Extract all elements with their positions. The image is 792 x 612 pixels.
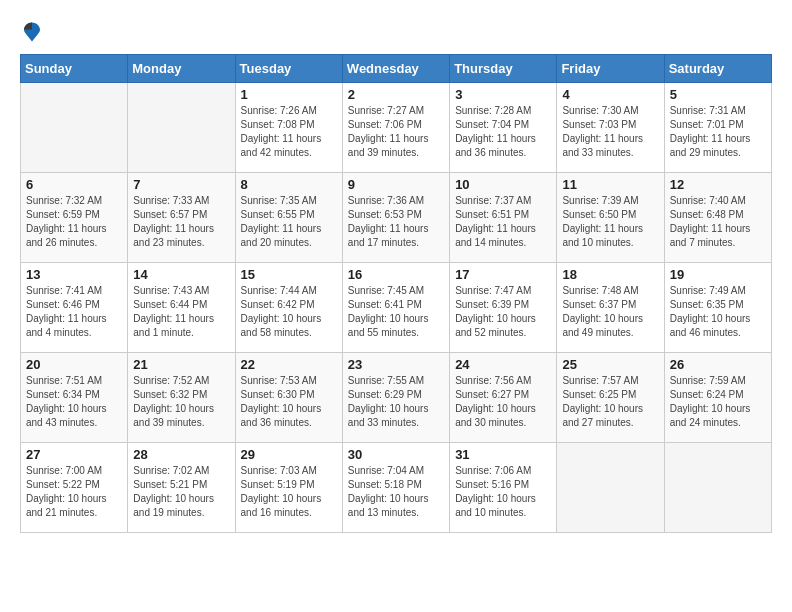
- day-number: 13: [26, 267, 122, 282]
- calendar-day-cell: 6Sunrise: 7:32 AM Sunset: 6:59 PM Daylig…: [21, 173, 128, 263]
- day-number: 16: [348, 267, 444, 282]
- day-number: 20: [26, 357, 122, 372]
- day-number: 12: [670, 177, 766, 192]
- day-info: Sunrise: 7:04 AM Sunset: 5:18 PM Dayligh…: [348, 464, 444, 520]
- calendar-day-cell: 22Sunrise: 7:53 AM Sunset: 6:30 PM Dayli…: [235, 353, 342, 443]
- day-number: 25: [562, 357, 658, 372]
- calendar-table: SundayMondayTuesdayWednesdayThursdayFrid…: [20, 54, 772, 533]
- calendar-day-cell: 9Sunrise: 7:36 AM Sunset: 6:53 PM Daylig…: [342, 173, 449, 263]
- weekday-header: Monday: [128, 55, 235, 83]
- day-number: 3: [455, 87, 551, 102]
- calendar-day-cell: 23Sunrise: 7:55 AM Sunset: 6:29 PM Dayli…: [342, 353, 449, 443]
- calendar-day-cell: 29Sunrise: 7:03 AM Sunset: 5:19 PM Dayli…: [235, 443, 342, 533]
- calendar-day-cell: 21Sunrise: 7:52 AM Sunset: 6:32 PM Dayli…: [128, 353, 235, 443]
- calendar-day-cell: 31Sunrise: 7:06 AM Sunset: 5:16 PM Dayli…: [450, 443, 557, 533]
- day-info: Sunrise: 7:33 AM Sunset: 6:57 PM Dayligh…: [133, 194, 229, 250]
- day-info: Sunrise: 7:52 AM Sunset: 6:32 PM Dayligh…: [133, 374, 229, 430]
- day-number: 15: [241, 267, 337, 282]
- calendar-day-cell: [21, 83, 128, 173]
- day-info: Sunrise: 7:43 AM Sunset: 6:44 PM Dayligh…: [133, 284, 229, 340]
- day-number: 7: [133, 177, 229, 192]
- calendar-day-cell: 14Sunrise: 7:43 AM Sunset: 6:44 PM Dayli…: [128, 263, 235, 353]
- day-info: Sunrise: 7:35 AM Sunset: 6:55 PM Dayligh…: [241, 194, 337, 250]
- day-info: Sunrise: 7:37 AM Sunset: 6:51 PM Dayligh…: [455, 194, 551, 250]
- calendar-day-cell: 11Sunrise: 7:39 AM Sunset: 6:50 PM Dayli…: [557, 173, 664, 263]
- weekday-header: Thursday: [450, 55, 557, 83]
- day-number: 29: [241, 447, 337, 462]
- calendar-day-cell: 20Sunrise: 7:51 AM Sunset: 6:34 PM Dayli…: [21, 353, 128, 443]
- day-number: 26: [670, 357, 766, 372]
- day-info: Sunrise: 7:53 AM Sunset: 6:30 PM Dayligh…: [241, 374, 337, 430]
- calendar-day-cell: [557, 443, 664, 533]
- calendar-day-cell: 24Sunrise: 7:56 AM Sunset: 6:27 PM Dayli…: [450, 353, 557, 443]
- day-info: Sunrise: 7:47 AM Sunset: 6:39 PM Dayligh…: [455, 284, 551, 340]
- calendar-week-row: 27Sunrise: 7:00 AM Sunset: 5:22 PM Dayli…: [21, 443, 772, 533]
- day-number: 11: [562, 177, 658, 192]
- day-info: Sunrise: 7:55 AM Sunset: 6:29 PM Dayligh…: [348, 374, 444, 430]
- day-info: Sunrise: 7:48 AM Sunset: 6:37 PM Dayligh…: [562, 284, 658, 340]
- day-info: Sunrise: 7:49 AM Sunset: 6:35 PM Dayligh…: [670, 284, 766, 340]
- day-number: 19: [670, 267, 766, 282]
- calendar-day-cell: 16Sunrise: 7:45 AM Sunset: 6:41 PM Dayli…: [342, 263, 449, 353]
- calendar-day-cell: 19Sunrise: 7:49 AM Sunset: 6:35 PM Dayli…: [664, 263, 771, 353]
- day-number: 22: [241, 357, 337, 372]
- generalblue-icon: [20, 20, 44, 44]
- calendar-day-cell: 1Sunrise: 7:26 AM Sunset: 7:08 PM Daylig…: [235, 83, 342, 173]
- calendar-day-cell: 18Sunrise: 7:48 AM Sunset: 6:37 PM Dayli…: [557, 263, 664, 353]
- calendar-day-cell: 13Sunrise: 7:41 AM Sunset: 6:46 PM Dayli…: [21, 263, 128, 353]
- day-number: 28: [133, 447, 229, 462]
- day-info: Sunrise: 7:59 AM Sunset: 6:24 PM Dayligh…: [670, 374, 766, 430]
- day-number: 21: [133, 357, 229, 372]
- day-info: Sunrise: 7:32 AM Sunset: 6:59 PM Dayligh…: [26, 194, 122, 250]
- day-number: 24: [455, 357, 551, 372]
- day-number: 10: [455, 177, 551, 192]
- calendar-day-cell: 7Sunrise: 7:33 AM Sunset: 6:57 PM Daylig…: [128, 173, 235, 263]
- weekday-header-row: SundayMondayTuesdayWednesdayThursdayFrid…: [21, 55, 772, 83]
- day-info: Sunrise: 7:02 AM Sunset: 5:21 PM Dayligh…: [133, 464, 229, 520]
- day-info: Sunrise: 7:26 AM Sunset: 7:08 PM Dayligh…: [241, 104, 337, 160]
- day-number: 9: [348, 177, 444, 192]
- day-info: Sunrise: 7:36 AM Sunset: 6:53 PM Dayligh…: [348, 194, 444, 250]
- day-info: Sunrise: 7:39 AM Sunset: 6:50 PM Dayligh…: [562, 194, 658, 250]
- weekday-header: Wednesday: [342, 55, 449, 83]
- day-number: 4: [562, 87, 658, 102]
- day-info: Sunrise: 7:41 AM Sunset: 6:46 PM Dayligh…: [26, 284, 122, 340]
- calendar-day-cell: 28Sunrise: 7:02 AM Sunset: 5:21 PM Dayli…: [128, 443, 235, 533]
- day-info: Sunrise: 7:31 AM Sunset: 7:01 PM Dayligh…: [670, 104, 766, 160]
- calendar-day-cell: 12Sunrise: 7:40 AM Sunset: 6:48 PM Dayli…: [664, 173, 771, 263]
- day-info: Sunrise: 7:30 AM Sunset: 7:03 PM Dayligh…: [562, 104, 658, 160]
- day-info: Sunrise: 7:51 AM Sunset: 6:34 PM Dayligh…: [26, 374, 122, 430]
- calendar-week-row: 6Sunrise: 7:32 AM Sunset: 6:59 PM Daylig…: [21, 173, 772, 263]
- calendar-day-cell: 5Sunrise: 7:31 AM Sunset: 7:01 PM Daylig…: [664, 83, 771, 173]
- day-number: 17: [455, 267, 551, 282]
- weekday-header: Sunday: [21, 55, 128, 83]
- day-info: Sunrise: 7:27 AM Sunset: 7:06 PM Dayligh…: [348, 104, 444, 160]
- calendar-day-cell: 2Sunrise: 7:27 AM Sunset: 7:06 PM Daylig…: [342, 83, 449, 173]
- day-info: Sunrise: 7:06 AM Sunset: 5:16 PM Dayligh…: [455, 464, 551, 520]
- weekday-header: Tuesday: [235, 55, 342, 83]
- day-info: Sunrise: 7:00 AM Sunset: 5:22 PM Dayligh…: [26, 464, 122, 520]
- calendar-day-cell: 25Sunrise: 7:57 AM Sunset: 6:25 PM Dayli…: [557, 353, 664, 443]
- day-number: 8: [241, 177, 337, 192]
- page-header: [20, 20, 772, 44]
- calendar-day-cell: 10Sunrise: 7:37 AM Sunset: 6:51 PM Dayli…: [450, 173, 557, 263]
- day-info: Sunrise: 7:45 AM Sunset: 6:41 PM Dayligh…: [348, 284, 444, 340]
- weekday-header: Friday: [557, 55, 664, 83]
- calendar-day-cell: 27Sunrise: 7:00 AM Sunset: 5:22 PM Dayli…: [21, 443, 128, 533]
- day-number: 5: [670, 87, 766, 102]
- calendar-day-cell: 30Sunrise: 7:04 AM Sunset: 5:18 PM Dayli…: [342, 443, 449, 533]
- calendar-day-cell: 26Sunrise: 7:59 AM Sunset: 6:24 PM Dayli…: [664, 353, 771, 443]
- day-info: Sunrise: 7:28 AM Sunset: 7:04 PM Dayligh…: [455, 104, 551, 160]
- calendar-day-cell: 4Sunrise: 7:30 AM Sunset: 7:03 PM Daylig…: [557, 83, 664, 173]
- calendar-day-cell: 3Sunrise: 7:28 AM Sunset: 7:04 PM Daylig…: [450, 83, 557, 173]
- day-info: Sunrise: 7:03 AM Sunset: 5:19 PM Dayligh…: [241, 464, 337, 520]
- day-number: 1: [241, 87, 337, 102]
- day-info: Sunrise: 7:57 AM Sunset: 6:25 PM Dayligh…: [562, 374, 658, 430]
- day-number: 2: [348, 87, 444, 102]
- day-number: 30: [348, 447, 444, 462]
- calendar-day-cell: [128, 83, 235, 173]
- calendar-week-row: 1Sunrise: 7:26 AM Sunset: 7:08 PM Daylig…: [21, 83, 772, 173]
- day-number: 18: [562, 267, 658, 282]
- calendar-day-cell: 8Sunrise: 7:35 AM Sunset: 6:55 PM Daylig…: [235, 173, 342, 263]
- calendar-day-cell: [664, 443, 771, 533]
